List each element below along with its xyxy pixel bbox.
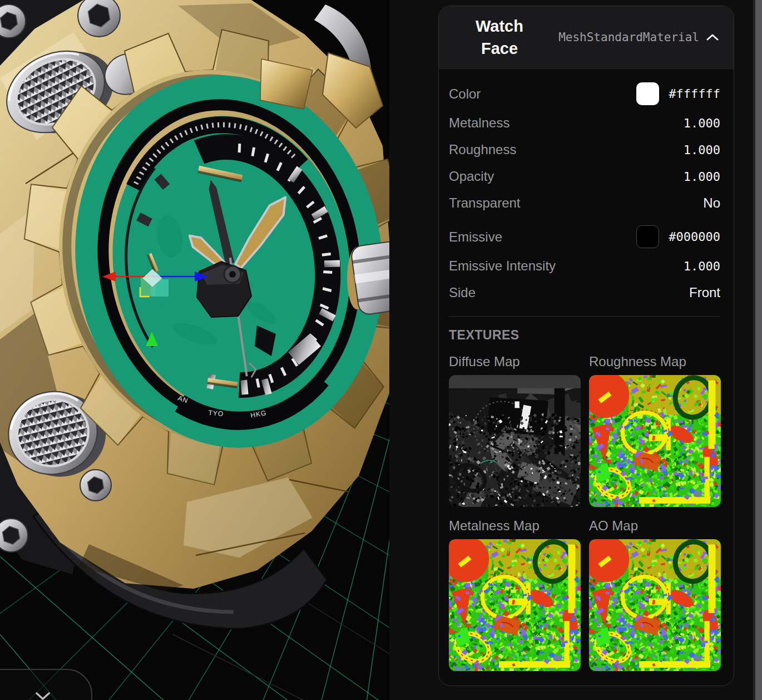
prop-row-opacity: Opacity1.000 [449,163,720,190]
prop-value-group: No [703,195,720,211]
dial-city-code: TYO [208,408,224,418]
prop-label: Side [449,285,689,300]
prop-value-group: 1.000 [684,116,720,130]
texture-slot-diffuse-map: Diffuse Map [449,345,581,507]
material-panel-header[interactable]: Watch Face MeshStandardMaterial [439,6,734,69]
prop-value[interactable]: 1.000 [684,143,720,157]
texture-label: Diffuse Map [449,354,581,369]
color-swatch[interactable] [636,225,659,248]
properties-drawer: Watch Face MeshStandardMaterial Color#ff… [389,0,753,700]
prop-label: Metalness [449,115,684,131]
prop-label: Roughness [449,142,684,157]
prop-value[interactable]: 1.000 [684,170,720,184]
prop-row-emissive: Emissive#000000 [449,221,720,253]
section-divider [449,316,720,317]
prop-value[interactable]: #000000 [669,230,720,244]
texture-slot-ao-map: AO Map [589,509,721,671]
prop-value-group: 1.000 [684,143,720,157]
chevron-up-icon[interactable] [706,33,719,42]
material-type-label: MeshStandardMaterial [537,31,706,44]
texture-thumbnail-ao-map[interactable] [589,539,721,671]
prop-value-group: Front [689,285,720,300]
texture-slot-roughness-map: Roughness Map [589,345,721,507]
prop-value[interactable]: No [703,195,720,211]
prop-label: Opacity [449,169,684,184]
selected-object-name: Watch Face [462,15,537,60]
prop-row-color: Color#ffffff [449,78,720,110]
chevron-down-icon [34,691,52,700]
prop-label: Color [449,86,636,102]
texture-maps-grid: Diffuse MapRoughness MapMetalness MapAO … [449,345,720,671]
texture-label: Roughness Map [589,354,721,369]
prop-value-group: #000000 [636,225,720,248]
prop-value-group: #ffffff [636,82,720,105]
material-panel: Watch Face MeshStandardMaterial Color#ff… [438,6,734,686]
prop-label: Emissive Intensity [449,258,684,274]
prop-value-group: 1.000 [684,170,720,184]
prop-row-metalness: Metalness1.000 [449,110,720,136]
prop-value-group: 1.000 [684,259,720,273]
prop-value[interactable]: 1.000 [684,116,720,130]
prop-label: Transparent [449,195,703,211]
prop-row-emissive-intensity: Emissive Intensity1.000 [449,253,720,279]
texture-thumbnail-metalness-map[interactable] [449,539,581,671]
texture-slot-metalness-map: Metalness Map [449,509,581,671]
prop-value[interactable]: 1.000 [684,259,720,273]
scrollbar-thumb[interactable] [755,0,762,700]
texture-label: AO Map [589,518,721,534]
texture-thumbnail-roughness-map[interactable] [589,375,721,507]
color-swatch[interactable] [636,82,659,105]
texture-label: Metalness Map [449,518,581,534]
prop-value[interactable]: Front [689,285,720,300]
texture-thumbnail-diffuse-map[interactable] [449,375,581,507]
textures-section-title: TEXTURES [449,328,720,343]
prop-value[interactable]: #ffffff [669,87,720,101]
prop-label: Emissive [449,229,636,245]
material-properties-list: Color#ffffffMetalness1.000Roughness1.000… [439,69,734,306]
prop-row-transparent: TransparentNo [449,190,720,216]
prop-row-roughness: Roughness1.000 [449,136,720,163]
app-window: ANTYOHKG Watch Face MeshStandardMaterial… [0,0,762,700]
prop-row-side: SideFront [449,279,720,306]
viewport-collapse-button[interactable] [0,669,92,700]
